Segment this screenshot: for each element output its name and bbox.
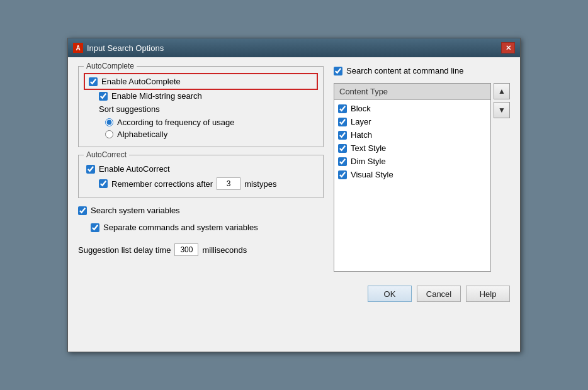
list-items: Block Layer Hatch Text Style: [334, 100, 490, 183]
mid-string-row: Enable Mid-string search: [99, 91, 315, 101]
layer-checkbox[interactable]: [338, 118, 347, 126]
block-checkbox[interactable]: [338, 104, 347, 113]
remember-corrections-suffix: mistypes: [244, 179, 276, 189]
enable-autocomplete-label: Enable AutoComplete: [101, 77, 181, 86]
layer-label: Layer: [351, 117, 371, 126]
separate-commands-row: Separate commands and system variables: [91, 223, 324, 232]
separate-commands-label: Separate commands and system variables: [103, 223, 258, 232]
content-type-header: Content Type: [334, 84, 490, 100]
enable-autocorrect-row: Enable AutoCorrect: [86, 164, 315, 174]
delay-suffix: milliseconds: [202, 245, 247, 255]
title-bar: A Input Search Options ✕: [68, 38, 520, 57]
enable-autocomplete-row: Enable AutoComplete: [86, 75, 315, 87]
remember-corrections-input[interactable]: [217, 177, 240, 190]
autocomplete-group-label: AutoComplete: [84, 62, 137, 70]
dialog-title: Input Search Options: [87, 43, 164, 53]
mid-string-checkbox[interactable]: [99, 92, 108, 101]
autocorrect-group: AutoCorrect Enable AutoCorrect Remember …: [78, 155, 324, 198]
sort-suggestions-label-row: Sort suggestions: [99, 104, 315, 114]
dim-style-checkbox[interactable]: [338, 157, 347, 166]
enable-autocomplete-checkbox[interactable]: [89, 77, 98, 86]
search-vars-label: Search system variables: [91, 206, 180, 215]
radio-alpha[interactable]: [105, 130, 113, 138]
search-vars-checkbox[interactable]: [78, 206, 87, 215]
radio-frequency[interactable]: [105, 118, 113, 126]
remember-corrections-prefix: Remember corrections after: [111, 179, 213, 189]
radio-frequency-row: According to frequency of usage: [105, 118, 315, 127]
delay-input[interactable]: [174, 243, 198, 256]
list-item: Text Style: [338, 143, 487, 153]
cancel-button[interactable]: Cancel: [417, 286, 461, 302]
autocorrect-group-content: Enable AutoCorrect Remember corrections …: [86, 164, 315, 190]
dialog-body: AutoComplete Enable AutoComplete Enable …: [68, 57, 520, 281]
search-content-checkbox[interactable]: [334, 67, 342, 75]
title-bar-left: A Input Search Options: [73, 43, 164, 53]
list-item: Visual Style: [338, 170, 487, 179]
mid-string-label: Enable Mid-string search: [111, 91, 202, 101]
close-button[interactable]: ✕: [501, 42, 515, 53]
sort-suggestions-label: Sort suggestions: [99, 104, 160, 114]
hatch-checkbox[interactable]: [338, 131, 347, 140]
autocorrect-group-label: AutoCorrect: [84, 150, 129, 159]
search-content-row: Search content at command line: [334, 66, 510, 75]
dialog-footer: OK Cancel Help: [68, 281, 520, 311]
list-item: Layer: [338, 117, 487, 126]
arrow-down-button[interactable]: ▼: [494, 102, 510, 118]
remember-corrections-checkbox[interactable]: [99, 179, 108, 188]
ok-button[interactable]: OK: [368, 286, 412, 302]
sort-radio-group: According to frequency of usage Alphabet…: [105, 118, 315, 139]
radio-alpha-label: Alphabetically: [117, 130, 167, 139]
list-item: Block: [338, 104, 487, 113]
arrow-up-button[interactable]: ▲: [494, 83, 510, 99]
autocomplete-group: AutoComplete Enable AutoComplete Enable …: [78, 66, 324, 147]
block-label: Block: [351, 104, 371, 113]
hatch-label: Hatch: [351, 130, 372, 140]
enable-autocorrect-label: Enable AutoCorrect: [99, 164, 170, 174]
input-search-options-dialog: A Input Search Options ✕ AutoComplete En…: [67, 38, 521, 352]
radio-alpha-row: Alphabetically: [105, 130, 315, 139]
enable-autocorrect-checkbox[interactable]: [86, 165, 95, 174]
delay-row: Suggestion list delay time milliseconds: [78, 243, 324, 256]
autocomplete-group-content: Enable AutoComplete Enable Mid-string se…: [86, 75, 315, 139]
dim-style-label: Dim Style: [351, 157, 386, 166]
content-type-area: Content Type Block Layer Hatch: [334, 83, 510, 272]
search-content-label: Search content at command line: [346, 66, 463, 75]
radio-frequency-label: According to frequency of usage: [117, 118, 234, 127]
app-icon: A: [73, 43, 83, 53]
content-type-list: Content Type Block Layer Hatch: [334, 83, 491, 272]
separate-commands-checkbox[interactable]: [91, 223, 99, 232]
text-style-label: Text Style: [351, 143, 386, 153]
list-item: Hatch: [338, 130, 487, 140]
right-panel: Search content at command line Content T…: [334, 66, 510, 272]
visual-style-label: Visual Style: [351, 170, 393, 179]
search-vars-row: Search system variables: [78, 206, 324, 215]
remember-corrections-row: Remember corrections after mistypes: [99, 177, 315, 190]
help-button[interactable]: Help: [466, 286, 510, 302]
arrow-buttons: ▲ ▼: [494, 83, 510, 272]
text-style-checkbox[interactable]: [338, 144, 347, 153]
visual-style-checkbox[interactable]: [338, 170, 347, 179]
delay-prefix: Suggestion list delay time: [78, 245, 171, 255]
list-item: Dim Style: [338, 157, 487, 166]
left-panel: AutoComplete Enable AutoComplete Enable …: [78, 66, 324, 272]
